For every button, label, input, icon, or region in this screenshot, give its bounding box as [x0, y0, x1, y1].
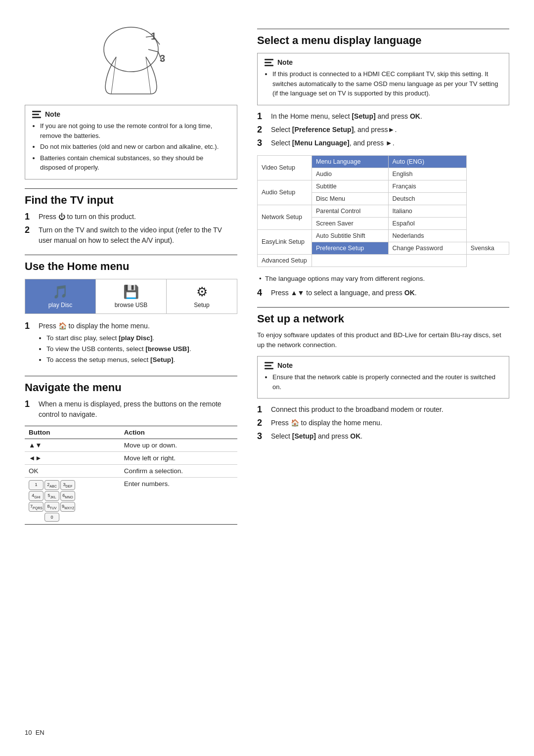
note-bullet-1: If this product is connected to a HDMI C… [272, 69, 502, 98]
sub-bullet-3: To access the setup menus, select [Setup… [46, 355, 191, 365]
step-text: Press ⏻ to turn on this product. [39, 212, 136, 222]
sub-bullet-2: To view the USB contents, select [browse… [46, 344, 191, 354]
svg-line-2 [146, 57, 151, 94]
note-bullets: Ensure that the network cable is properl… [265, 372, 502, 392]
note-label: Note [45, 110, 60, 118]
key-0: 0 [44, 513, 59, 522]
menu-disc-menu: Disc Menu [312, 192, 389, 205]
lang-english: English [388, 168, 466, 180]
numpad-grid: 1 2ABC 3DEF 4GHI 5JKL 6MNO 7PQRS 8TUV 9W… [29, 480, 75, 521]
table-row: 1 2ABC 3DEF 4GHI 5JKL 6MNO 7PQRS 8TUV 9W… [25, 478, 237, 524]
lang-step1: 1 In the Home menu, select [Setup] and p… [257, 111, 509, 122]
step-num: 3 [257, 138, 267, 148]
lang-francais: Français [388, 180, 466, 192]
lang-deutsch: Deutsch [388, 192, 466, 205]
nav-button: OK [25, 465, 120, 478]
step-text: Select [Menu Language], and press ►. [271, 138, 395, 148]
menu-parental: Parental Control [312, 205, 389, 217]
lang-step4: 4 Press ▲▼ to select a language, and pre… [257, 288, 509, 298]
table-row: Audio Setup Subtitle Français [258, 180, 509, 192]
note-bullets: If you are not going to use the remote c… [32, 121, 230, 173]
setup-icon: ⚙ [196, 284, 208, 300]
note-bullet-3: Batteries contain chemical substances, s… [40, 153, 230, 173]
step-text: Select [Preference Setup], and press►. [271, 125, 397, 135]
remote-note-box: Note If you are not going to use the rem… [25, 105, 237, 179]
home-step1-sub: To start disc play, select [play Disc]. … [39, 333, 191, 365]
table-row: Video Setup Menu Language Auto (ENG) [258, 155, 509, 168]
note-header: Note [32, 110, 230, 118]
home-menu-setup[interactable]: ⚙ Setup [167, 279, 237, 313]
home-menu-title: Use the Home menu [25, 260, 237, 273]
menu-screen-saver: Screen Saver [312, 217, 389, 229]
nav-action: Confirm a selection. [120, 465, 237, 478]
remote-illustration: 1 3 [25, 20, 237, 99]
lang-nederlands: Nederlands [388, 229, 466, 242]
key-3: 3DEF [60, 480, 75, 490]
setup-preference-selected: Preference Setup [312, 242, 389, 254]
play-disc-icon: 🎵 [52, 284, 68, 300]
nav-action: Enter numbers. [120, 478, 237, 524]
menu-lang: Menu Language [312, 155, 389, 168]
key-8: 8TUV [44, 502, 59, 512]
step-num: 3 [257, 431, 267, 442]
note-label: Note [277, 58, 293, 66]
lang-step2: 2 Select [Preference Setup], and press►. [257, 125, 509, 135]
home-menu-row: 🎵 play Disc 💾 browse USB ⚙ Setup [25, 279, 237, 314]
divider-navigate [25, 376, 237, 376]
step-text: Press 🏠 to display the home menu. [271, 418, 382, 428]
key-4: 4GHI [29, 491, 44, 501]
left-column: 1 3 Note If you are not going to use the… [25, 20, 237, 736]
lang-svenska: Svenska [466, 242, 509, 254]
lang-bullet: The language options may vary from diffe… [257, 274, 509, 284]
browse-usb-label: browse USB [115, 302, 148, 309]
home-step1: 1 Press 🏠 to display the home menu. To s… [25, 321, 237, 367]
table-row: ▲▼ Move up or down. [25, 439, 237, 452]
key-7: 7PQRS [29, 502, 44, 512]
step-num: 2 [257, 125, 267, 135]
note-icon [32, 111, 41, 118]
note-label: Note [277, 361, 293, 369]
divider-find-tv [25, 188, 237, 189]
svg-line-1 [111, 57, 116, 94]
page-number: 10 EN [25, 729, 44, 736]
lang-italiano: Italiano [388, 205, 466, 217]
key-2: 2ABC [44, 480, 59, 490]
lang-auto: Auto (ENG) [388, 155, 466, 168]
divider-network [257, 307, 509, 308]
key-6: 6MNO [60, 491, 75, 501]
nav-action: Move left or right. [120, 452, 237, 465]
step-num: 2 [257, 418, 267, 428]
note-bullets: If this product is connected to a HDMI C… [265, 69, 502, 98]
divider-select-lang [257, 29, 509, 29]
step-num: 1 [25, 212, 35, 222]
home-menu-play-disc[interactable]: 🎵 play Disc [25, 279, 96, 313]
table-row: Network Setup Parental Control Italiano [258, 205, 509, 217]
setup-network: Network Setup [258, 205, 312, 229]
setup-easylink: EasyLink Setup [258, 229, 312, 254]
network-step2: 2 Press 🏠 to display the home menu. [257, 418, 509, 428]
step-num: 4 [257, 288, 267, 298]
step-text: Press ▲▼ to select a language, and press… [271, 288, 417, 298]
find-tv-step2: 2 Turn on the TV and switch to the video… [25, 225, 237, 246]
nav-button-numpad: 1 2ABC 3DEF 4GHI 5JKL 6MNO 7PQRS 8TUV 9W… [25, 478, 120, 524]
note-icon [265, 362, 273, 369]
home-menu-browse-usb[interactable]: 💾 browse USB [96, 279, 167, 313]
note-header: Note [265, 58, 502, 66]
setup-label: Setup [194, 302, 209, 309]
lang-step3: 3 Select [Menu Language], and press ►. [257, 138, 509, 148]
step-text: In the Home menu, select [Setup] and pre… [271, 111, 422, 122]
network-note-box: Note Ensure that the network cable is pr… [257, 356, 509, 399]
note-bullet-2: Do not mix batteries (old and new or car… [40, 142, 230, 152]
menu-change-pw: Change Password [388, 242, 466, 254]
setup-audio: Audio Setup [258, 180, 312, 205]
network-intro: To enjoy software updates of this produc… [257, 330, 509, 351]
select-lang-title: Select a menu display language [257, 34, 509, 47]
table-row: ◄► Move left or right. [25, 452, 237, 465]
language-table: Video Setup Menu Language Auto (ENG) Aud… [257, 155, 509, 267]
menu-subtitle: Subtitle [312, 180, 389, 192]
table-row: OK Confirm a selection. [25, 465, 237, 478]
find-tv-title: Find the TV input [25, 194, 237, 207]
table-row: EasyLink Setup Auto Subtitle Shift Neder… [258, 229, 509, 242]
step-text: Select [Setup] and press OK. [271, 431, 362, 442]
nav-action: Move up or down. [120, 439, 237, 452]
